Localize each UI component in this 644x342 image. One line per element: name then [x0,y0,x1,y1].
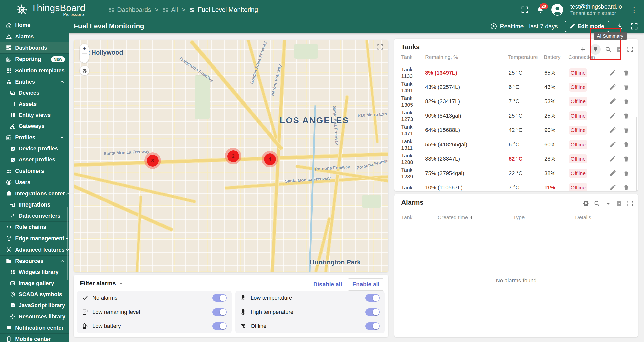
header-menu-kebab-icon[interactable]: ⋮ [629,5,639,14]
user-info[interactable]: test@thingsboard.io Tenant administrator [570,3,622,17]
tanks-scrollbar[interactable] [636,117,637,191]
sidebar-item-solution-templates[interactable]: Solution templates [0,65,69,76]
titlebar-fullscreen-icon[interactable] [630,22,638,30]
edit-row-button[interactable] [609,170,616,177]
sidebar-item-asset-profiles[interactable]: A Asset profiles [0,154,69,165]
sidebar-item-widgets-library[interactable]: Widgets library [0,267,69,278]
low-battery-toggle[interactable] [212,322,227,330]
delete-row-button[interactable] [623,155,630,162]
sidebar-item-profiles[interactable]: Profiles [0,132,69,143]
disable-all-button[interactable]: Disable all [313,281,342,288]
sidebar-item-devices[interactable]: Devices [0,87,69,98]
sidebar-item-advanced-features[interactable]: Advanced features [0,244,69,255]
zoom-out-button[interactable]: − [80,54,89,63]
header-fullscreen-icon[interactable] [521,6,529,14]
tanks-col-header[interactable]: Tank [401,54,412,60]
sidebar-item-image-gallery[interactable]: Image gallery [0,278,69,289]
edit-row-button[interactable] [609,184,616,191]
los-angeles-map[interactable]: est Hollywood LOS ANGELES Huntington Par… [74,40,388,272]
table-row[interactable]: Tank1311 55% (418265gal) 6 °C 60% Offlin… [401,137,636,152]
edit-row-button[interactable] [609,112,616,119]
filter-alarms-dropdown[interactable]: Filter alarms [80,280,124,287]
breadcrumb-dashboards[interactable]: Dashboards [109,6,151,13]
sidebar-item-alarms[interactable]: Alarms [0,31,69,42]
user-avatar[interactable] [551,4,563,16]
sidebar-item-entity-views[interactable]: Entity views [0,110,69,121]
delete-row-button[interactable] [623,127,630,134]
ai-summary-button[interactable] [590,44,601,55]
table-row[interactable]: Tank1305 82% (23417L) 7 °C 53% Offline [401,94,636,109]
delete-row-button[interactable] [623,98,630,105]
tanks-col-header[interactable]: Temperature [508,54,538,60]
delete-row-button[interactable] [623,112,630,119]
table-row[interactable]: Tank 10% (110567L) 7 °C 11% Offline [401,180,636,191]
alarms-filter-icon[interactable] [604,200,612,207]
sidebar-item-data-converters[interactable]: Data converters [0,210,69,221]
table-row[interactable]: Tank1289 75% (37954gal) 22 °C 38% Offlin… [401,166,636,180]
sidebar-item-rule-chains[interactable]: Rule chains [0,221,69,233]
alarms-col-header[interactable]: Type [513,214,525,220]
alarms-col-header[interactable]: Details [575,214,591,220]
alarms-fullscreen-icon[interactable] [626,200,634,207]
sidebar-item-reporting[interactable]: Reporting NEW [0,53,69,65]
map-fullscreen-icon[interactable] [377,43,384,50]
map-cluster-marker[interactable]: 4 [262,151,278,167]
sidebar-item-gateways[interactable]: Gateways [0,121,69,132]
edit-row-button[interactable] [609,69,616,76]
sidebar-item-scada-symbols[interactable]: SCADA symbols [0,289,69,300]
zoom-in-button[interactable]: + [80,44,89,53]
sidebar-item-resources-library[interactable]: Resources library [0,311,69,322]
table-row[interactable]: Tank1491 43% (22574L) 6 °C 43% Offline [401,80,636,94]
alarms-search-icon[interactable] [593,200,601,207]
delete-row-button[interactable] [623,170,630,177]
sidebar-item-entities[interactable]: Entities [0,76,69,87]
edit-row-button[interactable] [609,141,616,148]
high-temperature-toggle[interactable] [365,308,380,316]
add-tank-button[interactable] [579,46,587,53]
no-alarms-toggle[interactable] [212,294,227,302]
map-layers-button[interactable] [80,66,89,75]
table-row[interactable]: Tank1273 90% (8413gal) 25 °C 25% Offline [401,109,636,123]
sidebar-item-edge-management[interactable]: Edge management [0,233,69,244]
delete-row-button[interactable] [623,69,630,76]
enable-all-button[interactable]: Enable all [348,278,384,291]
download-dashboard-icon[interactable] [616,22,624,30]
offline-toggle[interactable] [365,322,380,330]
delete-row-button[interactable] [623,184,630,191]
sidebar-item-integrations[interactable]: Integrations [0,199,69,210]
low-remaining-toggle[interactable] [212,308,227,316]
sidebar-item-javascript-library[interactable]: JS JavaScript library [0,300,69,311]
alarms-export-icon[interactable] [615,200,623,207]
timewindow-button[interactable]: Realtime - last 7 days [490,23,558,30]
sidebar-item-integrations-center[interactable]: Integrations center [0,188,69,199]
tanks-col-header[interactable]: Remaining, % [425,54,458,60]
thingsboard-logo[interactable]: ThingsBoard Professional [15,3,98,17]
edit-row-button[interactable] [609,127,616,134]
sidebar-item-mobile-center[interactable]: Mobile center [0,333,69,342]
search-icon[interactable] [604,46,612,53]
alarms-col-header-created-time[interactable]: Created time [438,214,474,220]
delete-row-button[interactable] [623,141,630,148]
notifications-bell[interactable]: 20 [536,6,544,14]
edit-row-button[interactable] [609,84,616,91]
sidebar-item-dashboards[interactable]: Dashboards [0,42,69,53]
export-icon[interactable] [615,46,623,53]
low-temperature-toggle[interactable] [365,294,380,302]
breadcrumb-all[interactable]: All [163,6,178,13]
edit-row-button[interactable] [609,98,616,105]
edit-row-button[interactable] [609,155,616,162]
sidebar-item-users[interactable]: Users [0,177,69,188]
table-row[interactable]: Tank1288 88% (28847L) 82 °C 28% Offline [401,152,636,166]
sidebar-scrollbar[interactable] [67,207,68,280]
delete-row-button[interactable] [623,84,630,91]
map-cluster-marker[interactable]: 3 [144,152,161,169]
sidebar-item-home[interactable]: Home [0,19,69,31]
table-row[interactable]: Tank1471 64% (15688L) 42 °C 90% Offline [401,123,636,137]
edit-mode-button[interactable]: Edit mode [565,21,609,32]
sidebar-item-assets[interactable]: Assets [0,98,69,110]
alarms-settings-gear-icon[interactable] [582,200,590,207]
sidebar-item-notification-center[interactable]: Notification center [0,322,69,333]
sidebar-item-customers[interactable]: Customers [0,165,69,177]
alarms-col-header[interactable]: Tank [401,214,412,220]
map-cluster-marker[interactable]: 2 [225,148,242,164]
